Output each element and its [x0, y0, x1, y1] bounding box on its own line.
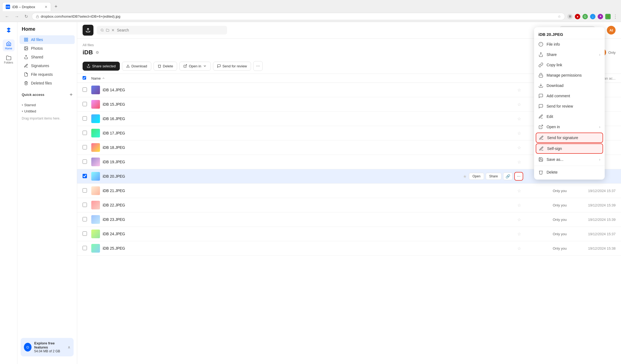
new-tab-button[interactable]: +	[52, 3, 60, 11]
search-input[interactable]	[117, 28, 223, 32]
browser-profile[interactable]: 🌿	[605, 14, 611, 19]
open-in-button[interactable]: Open in	[179, 62, 211, 71]
table-row[interactable]: iDB 21.JPEG ☆ Only you 19/12/2024 15:37	[77, 184, 621, 198]
search-clear-button[interactable]: ✕	[111, 28, 115, 32]
star-icon[interactable]: ★	[463, 174, 467, 179]
table-row[interactable]: iDB 22.JPEG ☆ Only you 19/12/2024 15:39	[77, 198, 621, 212]
table-row[interactable]: iDB 23.JPEG ☆ Only you 19/12/2024 15:39	[77, 212, 621, 227]
avatar[interactable]: AI	[607, 26, 616, 34]
file-checkbox[interactable]	[83, 116, 91, 121]
quick-access-add-button[interactable]: +	[70, 92, 73, 98]
delete-button[interactable]: Delete	[153, 62, 177, 71]
active-tab[interactable]: iDB iDB – Dropbox ✕	[2, 2, 51, 11]
star-icon[interactable]: ☆	[517, 131, 521, 136]
upload-button[interactable]	[83, 25, 93, 36]
name-column-header[interactable]: Name	[91, 76, 572, 80]
sidebar-item-shared[interactable]: Shared	[20, 53, 75, 61]
sidebar-item-all-files[interactable]: All files	[20, 35, 75, 44]
context-menu-item-add-comment[interactable]: Add comment	[534, 91, 605, 101]
file-checkbox[interactable]	[83, 174, 91, 179]
context-menu-item-save-as[interactable]: Save as... ›	[534, 154, 605, 165]
download-button[interactable]: Download	[122, 62, 151, 71]
row-checkbox[interactable]	[83, 116, 87, 121]
refresh-button[interactable]: ↻	[23, 13, 30, 20]
sidebar-item-file-requests[interactable]: File requests	[20, 70, 75, 79]
row-checkbox[interactable]	[83, 231, 87, 236]
untitled-section[interactable]: ▾ Untitled	[17, 108, 77, 114]
starred-section[interactable]: ▾ Starred	[17, 102, 77, 108]
context-menu-item-download[interactable]: Download	[534, 80, 605, 91]
row-checkbox[interactable]	[83, 246, 87, 250]
sidebar-item-signatures[interactable]: Signatures	[20, 61, 75, 70]
file-share-button[interactable]: Share	[486, 173, 501, 180]
star-icon[interactable]: ☆	[517, 102, 521, 107]
star-icon[interactable]: ☆	[517, 159, 521, 165]
star-icon[interactable]: ☆	[517, 188, 521, 193]
context-menu-item-self-sign[interactable]: Self-sign	[536, 143, 603, 154]
browser-extension-5[interactable]: ✦	[598, 14, 603, 19]
context-menu-item-file-info[interactable]: File info	[534, 39, 605, 49]
star-icon[interactable]: ☆	[517, 217, 521, 222]
context-menu-item-manage-permissions[interactable]: Manage permissions	[534, 70, 605, 80]
file-link-button[interactable]: 🔗	[503, 172, 513, 180]
browser-extension-2[interactable]: ●	[575, 14, 580, 19]
context-menu-item-delete[interactable]: Delete	[534, 167, 605, 177]
row-checkbox[interactable]	[83, 174, 87, 178]
url-bar[interactable]: dropbox.com/home/iDB?select=iDB+6+(edite…	[32, 13, 565, 20]
file-checkbox[interactable]	[83, 203, 91, 208]
context-menu-item-edit[interactable]: Edit	[534, 111, 605, 122]
sidebar-item-photos[interactable]: Photos	[20, 44, 75, 53]
row-checkbox[interactable]	[83, 159, 87, 164]
sidebar-item-home[interactable]: Home	[3, 39, 15, 51]
row-checkbox[interactable]	[83, 87, 87, 92]
select-all-checkbox[interactable]	[83, 76, 86, 80]
file-checkbox[interactable]	[83, 159, 91, 165]
browser-menu[interactable]: ⋮	[613, 14, 618, 20]
file-checkbox[interactable]	[83, 87, 91, 93]
share-selected-button[interactable]: Share selected	[83, 62, 120, 71]
folder-settings-icon[interactable]: ⚙	[96, 50, 99, 55]
file-more-button[interactable]: ···	[514, 172, 523, 181]
context-menu-item-copy-link[interactable]: Copy link	[534, 60, 605, 70]
file-checkbox[interactable]	[83, 102, 91, 107]
more-actions-button[interactable]: ···	[253, 61, 263, 71]
row-checkbox[interactable]	[83, 102, 87, 106]
row-checkbox[interactable]	[83, 203, 87, 207]
row-checkbox[interactable]	[83, 217, 87, 221]
tab-close-button[interactable]: ✕	[45, 5, 48, 9]
star-icon[interactable]: ☆	[517, 145, 521, 150]
star-icon[interactable]: ☆	[517, 203, 521, 208]
sidebar-item-deleted-files[interactable]: Deleted files	[20, 79, 75, 87]
star-icon[interactable]: ☆	[517, 246, 521, 251]
table-row[interactable]: iDB 24.JPEG ☆ Only you 19/12/2024 15:37	[77, 227, 621, 241]
file-open-button[interactable]: Open	[469, 173, 484, 180]
context-menu-item-send-for-review[interactable]: Send for review	[534, 101, 605, 111]
file-checkbox[interactable]	[83, 217, 91, 222]
row-checkbox[interactable]	[83, 188, 87, 193]
file-checkbox[interactable]	[83, 145, 91, 150]
file-checkbox[interactable]	[83, 231, 91, 237]
row-checkbox[interactable]	[83, 145, 87, 149]
star-icon[interactable]: ☆	[517, 116, 521, 121]
dropbox-logo[interactable]	[4, 25, 14, 35]
file-checkbox[interactable]	[83, 188, 91, 193]
context-menu-item-share[interactable]: Share ›	[534, 49, 605, 60]
file-checkbox[interactable]	[83, 131, 91, 136]
row-checkbox[interactable]	[83, 131, 87, 135]
back-button[interactable]: ←	[3, 14, 11, 20]
browser-extension-3[interactable]: G	[582, 14, 588, 19]
context-menu-item-open-in[interactable]: Open in ›	[534, 122, 605, 132]
forward-button[interactable]: →	[13, 14, 21, 20]
explore-card[interactable]: ⊙ Explore free features 54.04 MB of 2 GB…	[21, 338, 74, 356]
star-icon[interactable]: ☆	[517, 231, 521, 237]
bookmark-icon[interactable]: ☆	[558, 14, 561, 18]
search-bar[interactable]: ✕	[97, 26, 227, 34]
table-row[interactable]: iDB 25.JPEG ☆ Only you 19/12/2024 15:38	[77, 241, 621, 256]
sidebar-item-folders[interactable]: Folders	[3, 54, 15, 65]
file-checkbox[interactable]	[83, 246, 91, 251]
explore-collapse-button[interactable]: ∧	[68, 345, 70, 349]
browser-extension-4[interactable]: ↓	[590, 14, 595, 19]
browser-extension-1[interactable]: ⊞	[567, 14, 573, 19]
send-for-review-button[interactable]: Send for review	[213, 62, 251, 71]
star-icon[interactable]: ☆	[517, 87, 521, 93]
